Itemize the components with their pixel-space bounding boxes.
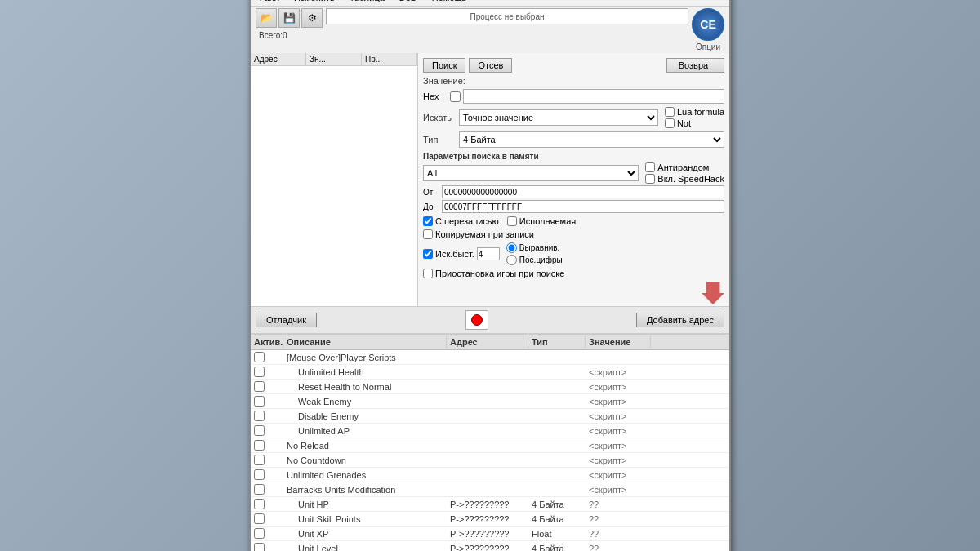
row-checkbox-8[interactable] bbox=[254, 469, 265, 480]
arrow-area bbox=[423, 282, 724, 304]
add-address-button[interactable]: Добавить адрес bbox=[636, 313, 724, 327]
options-label: Опции bbox=[696, 42, 720, 51]
row-checkbox-9[interactable] bbox=[254, 484, 265, 495]
open-button[interactable]: 📂 bbox=[256, 8, 277, 28]
table-body: [Mouse Over]Player Scripts Unlimited Hea… bbox=[251, 350, 729, 551]
anti-random-checkbox[interactable] bbox=[645, 162, 655, 172]
save-button[interactable]: 💾 bbox=[278, 8, 300, 28]
menu-bar: Файл Изменить Таблица D3D Помощь bbox=[251, 0, 729, 7]
value-row: Значение: bbox=[423, 76, 724, 86]
executable-row: Исполняемая bbox=[507, 216, 576, 226]
row-checkbox-10[interactable] bbox=[254, 499, 265, 509]
menu-d3d[interactable]: D3D bbox=[396, 0, 421, 4]
table-row[interactable]: Unit Skill Points P->????????? 4 Байта ?… bbox=[251, 512, 729, 527]
to-label: До bbox=[423, 202, 439, 211]
align-label: Выравнив. bbox=[519, 243, 560, 252]
align-row: Выравнив. bbox=[506, 242, 563, 253]
row-checkbox-7[interactable] bbox=[254, 455, 265, 465]
table-row[interactable]: Unlimited AP <скрипт> bbox=[251, 424, 729, 438]
td-addr-13: P->????????? bbox=[447, 543, 528, 552]
row-checkbox-13[interactable] bbox=[254, 543, 265, 551]
table-row[interactable]: Unlimited Health <скрипт> bbox=[251, 365, 729, 380]
td-type-7 bbox=[528, 460, 586, 461]
td-addr-2 bbox=[447, 386, 528, 388]
td-active-5 bbox=[251, 424, 283, 437]
pause-checkbox[interactable] bbox=[423, 269, 433, 278]
table-row[interactable]: Weak Enemy <скрипт> bbox=[251, 394, 729, 409]
td-desc-11: Unit Skill Points bbox=[283, 513, 447, 525]
table-row[interactable]: No Countdown <скрипт> bbox=[251, 453, 729, 468]
not-checkbox[interactable] bbox=[665, 118, 675, 128]
row-checkbox-3[interactable] bbox=[254, 396, 265, 407]
td-desc-3: Weak Enemy bbox=[283, 396, 447, 407]
col-value: Зн... bbox=[306, 53, 362, 65]
row-checkbox-5[interactable] bbox=[254, 425, 265, 436]
not-row: Not bbox=[665, 118, 724, 128]
settings-button[interactable]: ⚙ bbox=[301, 8, 323, 28]
row-checkbox-2[interactable] bbox=[254, 381, 265, 392]
row-checkbox-4[interactable] bbox=[254, 411, 265, 421]
filter-button[interactable]: Отсев bbox=[469, 58, 512, 73]
row-checkbox-1[interactable] bbox=[254, 367, 265, 377]
td-val-0 bbox=[586, 357, 651, 358]
hex-checkbox[interactable] bbox=[450, 91, 461, 102]
table-row[interactable]: [Mouse Over]Player Scripts bbox=[251, 350, 729, 365]
fast-scan-value-input[interactable] bbox=[477, 247, 500, 260]
td-val-1: <скрипт> bbox=[586, 367, 651, 378]
executable-checkbox[interactable] bbox=[507, 216, 517, 226]
fast-scan-checkbox[interactable] bbox=[423, 249, 433, 259]
menu-help[interactable]: Помощь bbox=[429, 0, 470, 4]
memory-range-select[interactable]: All bbox=[423, 165, 639, 181]
row-checkbox-12[interactable] bbox=[254, 528, 265, 539]
toolbar-buttons: 📂 💾 ⚙ bbox=[256, 8, 323, 28]
copy-on-write-checkbox[interactable] bbox=[423, 229, 433, 239]
return-button[interactable]: Возврат bbox=[666, 58, 724, 73]
table-row[interactable]: Unit Level P->????????? 4 Байта ?? bbox=[251, 541, 729, 551]
menu-table[interactable]: Таблица bbox=[346, 0, 388, 4]
td-desc-7: No Countdown bbox=[283, 455, 447, 466]
table-row[interactable]: Unlimited Grenades <скрипт> bbox=[251, 468, 729, 482]
col-address: Адрес bbox=[251, 53, 306, 65]
row-checkbox-6[interactable] bbox=[254, 440, 265, 451]
td-active-13 bbox=[251, 542, 283, 551]
speedhack-checkbox[interactable] bbox=[645, 174, 655, 184]
td-desc-9: Barracks Units Modification bbox=[283, 484, 447, 495]
table-row[interactable]: Unit HP P->????????? 4 Байта ?? bbox=[251, 497, 729, 512]
pos-digits-radio[interactable] bbox=[506, 255, 517, 265]
td-type-6 bbox=[528, 445, 586, 447]
td-addr-12: P->????????? bbox=[447, 528, 528, 540]
row-checkbox-11[interactable] bbox=[254, 513, 265, 524]
menu-file[interactable]: Файл bbox=[254, 0, 283, 4]
row-checkbox-0[interactable] bbox=[254, 352, 265, 362]
hex-label: Hex bbox=[423, 91, 448, 101]
memory-range-row: All Антирандом Вкл. SpeedHack bbox=[423, 162, 724, 184]
align-radio[interactable] bbox=[506, 242, 517, 253]
to-input[interactable] bbox=[442, 200, 724, 213]
from-input[interactable] bbox=[442, 185, 724, 198]
td-type-1 bbox=[528, 371, 586, 373]
value-input[interactable] bbox=[463, 89, 724, 104]
table-row[interactable]: Barracks Units Modification <скрипт> bbox=[251, 482, 729, 497]
menu-edit[interactable]: Изменить bbox=[291, 0, 338, 4]
table-row[interactable]: Unit XP P->????????? Float ?? bbox=[251, 527, 729, 541]
search-button[interactable]: Поиск bbox=[423, 58, 466, 73]
table-row[interactable]: No Reload <скрипт> bbox=[251, 438, 729, 453]
lua-formula-checkbox[interactable] bbox=[665, 107, 675, 117]
td-type-2 bbox=[528, 386, 586, 388]
search-type-select[interactable]: Точное значение bbox=[459, 109, 658, 126]
table-row[interactable]: Reset Health to Normal <скрипт> bbox=[251, 380, 729, 394]
td-addr-8 bbox=[447, 474, 528, 476]
td-type-10: 4 Байта bbox=[528, 499, 586, 510]
lua-formula-label: Lua formula bbox=[677, 107, 724, 117]
with-rewrite-checkbox[interactable] bbox=[423, 216, 433, 226]
executable-label: Исполняемая bbox=[519, 216, 576, 226]
td-type-4 bbox=[528, 415, 586, 417]
type-select[interactable]: 4 Байта bbox=[459, 131, 724, 148]
stop-button[interactable] bbox=[466, 310, 488, 330]
debugger-button[interactable]: Отладчик bbox=[256, 313, 317, 327]
th-active: Актив. bbox=[251, 336, 283, 348]
process-selector[interactable]: Процесс не выбран bbox=[326, 8, 688, 24]
td-active-0 bbox=[251, 351, 283, 363]
pos-digits-row: Пос.цифры bbox=[506, 255, 563, 265]
table-row[interactable]: Disable Enemy <скрипт> bbox=[251, 409, 729, 424]
